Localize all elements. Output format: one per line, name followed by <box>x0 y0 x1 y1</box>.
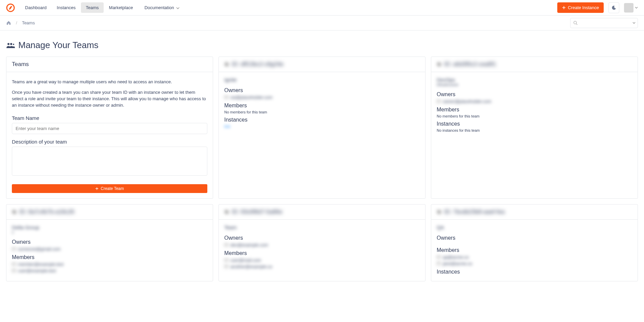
team-id: ID: 7bcdb23b8-aaef-fea <box>444 209 505 215</box>
avatar <box>624 3 633 13</box>
svg-point-3 <box>10 43 12 45</box>
owner-email: dev@example.com <box>230 242 268 248</box>
team-card-header: ID: dff13bc2-c8g24e <box>219 57 425 72</box>
user-menu-button[interactable] <box>624 3 638 13</box>
member-email: user@example.test <box>18 268 56 273</box>
nav-teams[interactable]: Teams <box>81 2 103 13</box>
owners-heading: Owners <box>224 87 420 93</box>
member-row: qa@acme.co <box>437 255 632 260</box>
copy-icon[interactable] <box>437 62 441 67</box>
owner-email: owner@placeholder.com <box>443 99 491 104</box>
team-card-header: ID: 7bcdb23b8-aaef-fea <box>431 205 638 220</box>
page-content: Manage Your Teams Teams Teams are a grea… <box>0 30 644 287</box>
search-input[interactable] <box>581 20 628 26</box>
team-name: DevOps <box>437 77 632 83</box>
nav-links: Dashboard Instances Teams Marketplace <box>20 2 138 13</box>
mail-icon <box>437 256 441 259</box>
owner-email: someone@gmail.com <box>18 246 61 252</box>
breadcrumb-current: Teams <box>22 20 35 25</box>
nav-documentation[interactable]: Documentation <box>140 2 184 13</box>
team-subline: x <box>12 230 207 234</box>
nav-marketplace[interactable]: Marketplace <box>104 2 138 13</box>
svg-rect-16 <box>225 210 228 213</box>
theme-toggle-button[interactable] <box>608 2 619 13</box>
brand-logo[interactable] <box>6 3 15 12</box>
svg-point-4 <box>13 44 14 45</box>
breadcrumb-separator: / <box>16 20 17 25</box>
mail-icon <box>224 96 228 99</box>
member-email: qa@acme.co <box>443 255 469 260</box>
member-row: jane@acme.co <box>437 261 632 266</box>
instance-link[interactable]: link <box>224 124 420 129</box>
create-instance-button[interactable]: Create Instance <box>557 2 604 13</box>
svg-point-2 <box>7 43 9 45</box>
member-email: jane@acme.co <box>443 261 472 266</box>
svg-rect-9 <box>438 63 441 66</box>
create-team-header-label: Teams <box>12 61 29 68</box>
owner-row: ow@placeholder.com <box>224 95 420 100</box>
nav-documentation-label: Documentation <box>144 5 174 10</box>
nav-dashboard[interactable]: Dashboard <box>20 2 51 13</box>
create-team-desc-1: Teams are a great way to manage multiple… <box>12 79 207 85</box>
create-instance-label: Create Instance <box>568 5 599 10</box>
members-heading: Members <box>224 250 420 256</box>
team-card: ID: a6d3f0c2-cea8f1 DevOps infrastructur… <box>431 57 638 199</box>
owners-heading: Owners <box>437 91 632 98</box>
mail-icon <box>224 243 228 247</box>
team-subline: infrastructure <box>437 83 632 87</box>
members-heading: Members <box>437 107 632 113</box>
instances-heading: Instances <box>224 117 420 123</box>
create-team-button[interactable]: Create Team <box>12 184 207 193</box>
team-icon <box>6 42 15 49</box>
logo-icon <box>6 3 15 12</box>
owners-heading: Owners <box>12 239 207 245</box>
svg-rect-21 <box>437 210 440 213</box>
no-members-note: No members for this team <box>224 110 420 114</box>
member-row: user@mail.com <box>224 258 420 263</box>
team-card: ID: 8a7c4b7b-a18c26 Delta Group x Owners… <box>6 204 213 281</box>
members-heading: Members <box>12 254 207 260</box>
instances-heading: Instances <box>437 121 632 127</box>
no-instances-note: No instances for this team <box>437 128 632 132</box>
chevron-down-icon <box>176 6 180 10</box>
copy-icon[interactable] <box>224 210 229 214</box>
copy-icon[interactable] <box>437 210 441 214</box>
breadcrumb-bar: / Teams <box>0 16 644 30</box>
search-box[interactable] <box>570 18 638 28</box>
moon-icon <box>611 5 617 10</box>
team-card: ID: dff13bc2-c8g24e Ignite Owners ow@pla… <box>219 57 425 199</box>
team-id: ID: 8a7c4b7b-a18c26 <box>19 209 75 215</box>
owner-row: someone@gmail.com <box>12 246 207 252</box>
copy-icon[interactable] <box>12 210 17 214</box>
search-dropdown-toggle[interactable] <box>632 21 636 24</box>
create-team-card: Teams Teams are a great way to manage mu… <box>6 57 213 199</box>
no-members-note: No members for this team <box>437 114 632 118</box>
team-desc-label: Description of your team <box>12 139 207 145</box>
nav-instances[interactable]: Instances <box>52 2 81 13</box>
team-id: ID: 93c6f8d7-5a86e <box>232 209 282 215</box>
cards-grid: Teams Teams are a great way to manage mu… <box>6 57 638 281</box>
member-row: member@example.test <box>12 262 207 267</box>
team-id: ID: dff13bc2-c8g24e <box>232 61 284 68</box>
team-desc-input[interactable] <box>12 147 207 176</box>
copy-icon[interactable] <box>224 62 229 67</box>
plus-icon <box>562 6 566 9</box>
mail-icon <box>12 263 16 266</box>
plus-icon <box>95 187 99 190</box>
svg-rect-17 <box>226 211 228 214</box>
instances-heading: Instances <box>437 269 632 275</box>
create-team-button-label: Create Team <box>101 186 124 191</box>
top-nav: Dashboard Instances Teams Marketplace Do… <box>0 0 644 16</box>
team-name: Ignite <box>224 77 420 83</box>
owner-email: ow@placeholder.com <box>230 95 272 100</box>
member-email: user@mail.com <box>230 258 261 263</box>
team-name-input[interactable] <box>12 123 207 134</box>
home-icon[interactable] <box>6 20 11 25</box>
svg-rect-5 <box>225 63 228 65</box>
svg-rect-8 <box>437 63 440 65</box>
page-title-text: Manage Your Teams <box>18 40 99 50</box>
team-card: ID: 93c6f8d7-5a86e Team Owners dev@examp… <box>219 204 425 281</box>
team-name-label: Team Name <box>12 115 207 121</box>
mail-icon <box>224 259 228 262</box>
svg-rect-12 <box>13 211 16 214</box>
